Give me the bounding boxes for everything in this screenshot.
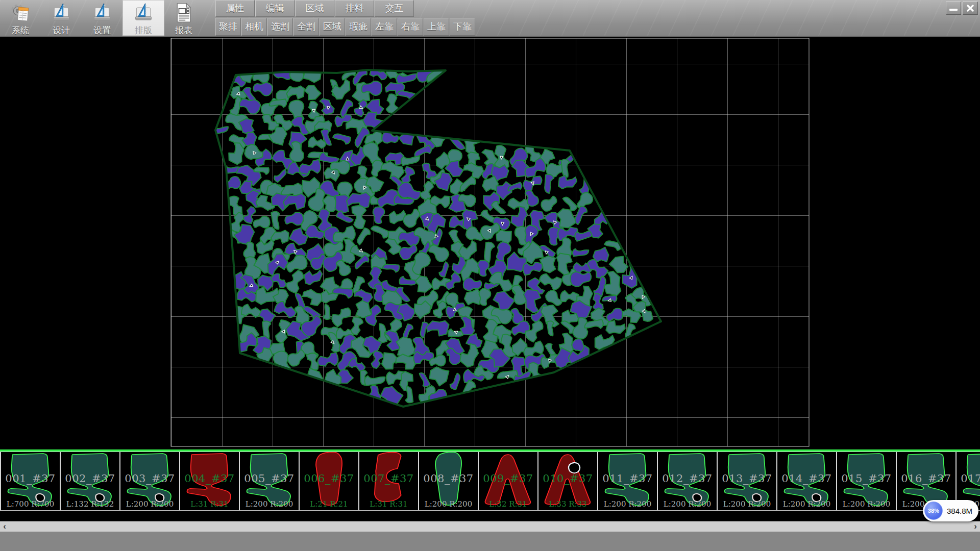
- menu-item-1[interactable]: 编辑: [255, 0, 295, 17]
- part-thumbnail-014_#37[interactable]: 014_#37L:200 R:200: [777, 452, 837, 511]
- part-name: 003_#37: [120, 472, 179, 485]
- tool-item-1[interactable]: 相机: [241, 18, 267, 36]
- part-thumbnail-004_#37[interactable]: 004_#37L:31 R:31: [180, 452, 240, 511]
- part-thumbnail-015_#37[interactable]: 015_#37L:200 R:200: [837, 452, 897, 511]
- part-name: 009_#37: [479, 472, 537, 485]
- part-counts: L:33 R:33: [538, 499, 597, 509]
- menu-item-0[interactable]: 属性: [215, 0, 255, 17]
- part-thumbnail-009_#37[interactable]: 009_#37L:32 R:31: [479, 452, 538, 511]
- part-name: 005_#37: [240, 472, 299, 485]
- part-thumbnail-008_#37[interactable]: 008_#37L:200 R:200: [419, 452, 479, 511]
- main-tab-nesting[interactable]: 排版: [122, 0, 164, 36]
- part-name: 002_#37: [61, 472, 119, 485]
- part-name: 007_#37: [359, 472, 418, 485]
- part-counts: L:200 R:200: [120, 499, 179, 509]
- ruler-icon: [133, 2, 154, 24]
- gear-doc-icon: [10, 2, 31, 24]
- bottom-bar: [0, 532, 980, 551]
- ruler-icon: [51, 2, 71, 24]
- part-name: 001_#37: [1, 472, 60, 485]
- part-name: 015_#37: [837, 472, 896, 485]
- part-counts: L:31 R:31: [359, 499, 418, 509]
- nesting-canvas[interactable]: [0, 37, 980, 449]
- menu-item-4[interactable]: 交互: [375, 0, 414, 17]
- part-counts: L:21 R:21: [300, 499, 358, 509]
- part-thumbnail-006_#37[interactable]: 006_#37L:21 R:21: [300, 452, 359, 511]
- tool-item-8[interactable]: 上靠: [424, 18, 449, 36]
- part-counts: L:200 R:200: [419, 499, 478, 509]
- part-counts: L:200 R:200: [598, 499, 657, 509]
- part-thumbnail-003_#37[interactable]: 003_#37L:200 R:200: [120, 452, 180, 511]
- main-tab-report[interactable]: 报表: [167, 0, 200, 36]
- part-name: 017_#37: [957, 472, 980, 485]
- tool-bar: 聚排相机选割全割区域瑕疵左靠右靠上靠下靠: [215, 18, 476, 36]
- part-thumbnail-001_#37[interactable]: 001_#37L:700 R:700: [1, 452, 61, 511]
- nesting-canvas-svg: [0, 37, 980, 449]
- tool-item-3[interactable]: 全割: [293, 18, 319, 36]
- part-name: 010_#37: [538, 472, 597, 485]
- part-name: 012_#37: [658, 472, 717, 485]
- toolbar: 系统设计设置排版报表 属性编辑区域排料交互 聚排相机选割全割区域瑕疵左靠右靠上靠…: [0, 0, 980, 37]
- part-counts: L:200 R:200: [240, 499, 299, 509]
- main-tab-label: 排版: [135, 24, 152, 36]
- part-thumbnail-002_#37[interactable]: 002_#37L:132 R:132: [61, 452, 120, 511]
- part-counts: L:132 R:132: [61, 499, 119, 509]
- main-tab-label: 系统: [12, 24, 29, 36]
- part-counts: L:31 R:31: [180, 499, 239, 509]
- part-thumbnail-013_#37[interactable]: 013_#37L:200 R:200: [718, 452, 777, 511]
- minimize-icon: [949, 9, 958, 11]
- main-tab-setup[interactable]: 设置: [86, 0, 118, 36]
- part-thumbnail-011_#37[interactable]: 011_#37L:200 R:200: [598, 452, 658, 511]
- main-tab-label: 报表: [175, 24, 192, 36]
- part-counts: L:200 R:200: [777, 499, 836, 509]
- parts-thumbnail-strip: 001_#37L:700 R:700002_#37L:132 R:132003_…: [0, 452, 980, 511]
- menu-item-2[interactable]: 区域: [295, 0, 334, 17]
- part-counts: L:200 R:200: [658, 499, 717, 509]
- tool-item-9[interactable]: 下靠: [450, 18, 475, 36]
- tool-item-4[interactable]: 区域: [320, 18, 345, 36]
- main-tab-label: 设置: [93, 24, 111, 36]
- tool-item-2[interactable]: 选割: [267, 18, 293, 36]
- tool-item-5[interactable]: 瑕疵: [346, 18, 371, 36]
- tool-item-0[interactable]: 聚排: [215, 18, 241, 36]
- part-name: 008_#37: [419, 472, 478, 485]
- part-thumbnail-005_#37[interactable]: 005_#37L:200 R:200: [240, 452, 300, 511]
- part-counts: L:200 R:200: [718, 499, 776, 509]
- part-name: 016_#37: [897, 472, 955, 485]
- horizontal-scrollbar[interactable]: ‹ ›: [0, 521, 980, 532]
- part-name: 004_#37: [180, 472, 239, 485]
- menu-item-3[interactable]: 排料: [335, 0, 374, 17]
- minimize-button[interactable]: [946, 2, 961, 15]
- main-tab-label: 设计: [53, 24, 70, 36]
- tool-item-6[interactable]: 左靠: [372, 18, 397, 36]
- part-name: 014_#37: [777, 472, 836, 485]
- part-thumbnail-012_#37[interactable]: 012_#37L:200 R:200: [658, 452, 718, 511]
- part-name: 011_#37: [598, 472, 657, 485]
- tool-item-7[interactable]: 右靠: [398, 18, 423, 36]
- main-tab-system[interactable]: 系统: [4, 0, 37, 36]
- progress-percent: 38%: [928, 508, 939, 514]
- application-window: 系统设计设置排版报表 属性编辑区域排料交互 聚排相机选割全割区域瑕疵左靠右靠上靠…: [0, 0, 980, 551]
- menu-bar: 属性编辑区域排料交互: [215, 0, 414, 17]
- ruler-icon: [92, 2, 112, 24]
- part-thumbnail-010_#37[interactable]: 010_#37L:33 R:33: [538, 452, 598, 511]
- part-thumbnail-007_#37[interactable]: 007_#37L:31 R:31: [359, 452, 419, 511]
- close-button[interactable]: [963, 2, 978, 15]
- part-name: 006_#37: [300, 472, 358, 485]
- part-counts: L:700 R:700: [1, 499, 60, 509]
- main-tab-design[interactable]: 设计: [45, 0, 78, 36]
- part-name: 013_#37: [718, 472, 776, 485]
- progress-circle: 38%: [924, 502, 943, 520]
- close-icon: [967, 5, 974, 12]
- report-doc-icon: [174, 2, 194, 24]
- memory-usage: 384.8M: [947, 507, 972, 515]
- part-counts: L:32 R:31: [479, 499, 537, 509]
- scroll-right-arrow[interactable]: ›: [971, 522, 980, 532]
- status-badge: 38% 384.8M: [923, 500, 978, 521]
- part-counts: L:200 R:200: [837, 499, 896, 509]
- scroll-left-arrow[interactable]: ‹: [0, 522, 9, 532]
